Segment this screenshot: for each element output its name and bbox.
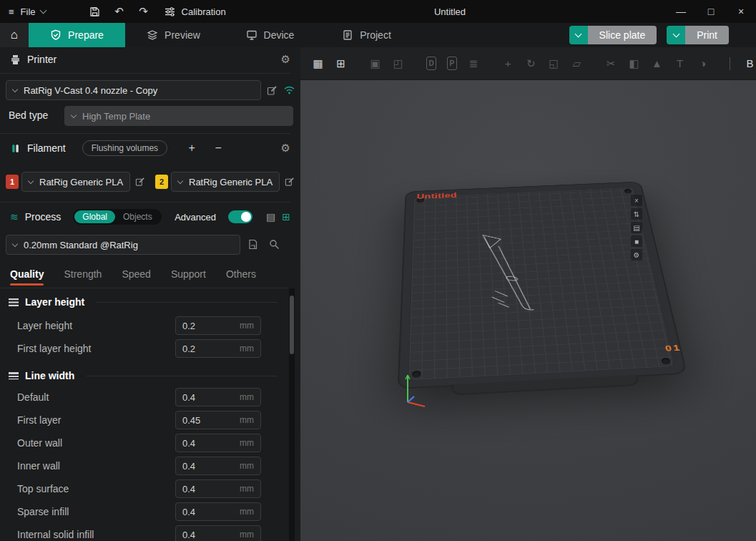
scope-objects-option[interactable]: Objects [115,210,160,223]
tab-others[interactable]: Others [226,262,256,286]
printer-section-header: Printer ⚙ [0,49,300,70]
advanced-toggle[interactable] [228,210,252,223]
filament-1-combo[interactable]: RatRig Generic PLA [21,172,130,192]
add-plate-icon[interactable]: ▦ [312,56,324,72]
rotate-icon[interactable]: ↻ [525,56,537,72]
file-menu[interactable]: ≡ File [0,0,54,23]
calibration-button[interactable]: Calibration [156,0,235,23]
bed-type-label: Bed type [9,109,48,121]
mesh-boolean-icon[interactable]: ◧ [628,56,640,72]
setting-label: Internal solid infill [17,525,94,541]
scope-global-option[interactable]: Global [74,210,115,223]
plate-arrange-icon[interactable]: ⇅ [631,208,642,220]
filament-gear-icon[interactable]: ⚙ [281,142,290,155]
setting-value: 0.4 [182,507,195,517]
cut-icon[interactable]: ✂ [605,56,617,72]
line-width-first-layer-input[interactable]: 0.45 mm [175,411,261,429]
flushing-volumes-button[interactable]: Flushing volumes [82,140,167,156]
edit-printer-icon[interactable] [265,84,278,97]
divider [0,288,289,288]
flatten-icon[interactable]: ▱ [571,56,583,72]
tab-support[interactable]: Support [171,262,206,286]
plate-name-edit-icon[interactable]: ▤ [631,222,642,233]
assembly-view-icon[interactable]: B [744,56,756,72]
tab-device[interactable]: Device [222,23,318,47]
print-button[interactable]: Print [685,26,729,44]
slice-dropdown-button[interactable] [569,26,588,44]
undo-button[interactable]: ↶ [107,0,132,23]
layers-icon[interactable]: ≣ [468,56,480,72]
slice-print-cluster: Slice plate Print [569,23,756,47]
line-width-sparse-infill-input[interactable]: 0.4 mm [175,502,261,521]
printer-preset-combo[interactable]: RatRig V-Cast 0.4 nozzle - Copy [6,80,261,100]
layer-height-icon [9,298,19,307]
setting-unit: mm [240,461,254,471]
tab-project[interactable]: Project [318,23,415,47]
preset-list-icon[interactable]: ▤ [266,211,275,223]
section-line-width: Line width [0,366,286,385]
process-preset-combo[interactable]: 0.20mm Standard @RatRig [6,235,240,255]
bed-type-combo[interactable]: High Temp Plate [64,106,293,126]
tab-prepare-label: Prepare [68,29,104,41]
3d-viewport[interactable]: Untitled 01 × ⇅ ▤ ■ ⚙ [300,80,756,541]
project-icon [342,29,353,41]
save-button[interactable] [83,0,107,23]
color-paint-icon[interactable]: ◑ [697,56,709,72]
plate-lock-icon[interactable]: ■ [631,235,642,247]
minimize-button[interactable]: — [666,0,696,23]
build-plate[interactable]: Untitled 01 [398,181,687,389]
coordinate-axes [401,371,435,408]
line-width-internal-solid-input[interactable]: 0.4 mm [175,525,261,541]
print-dropdown-button[interactable] [667,26,685,44]
sidebar: Printer ⚙ RatRig V-Cast 0.4 nozzle - Cop… [0,47,300,541]
tab-speed[interactable]: Speed [122,262,150,286]
line-width-top-surface-input[interactable]: 0.4 mm [175,479,261,498]
plate-delete-icon[interactable]: × [631,195,642,206]
doc-d-icon[interactable]: D [426,57,436,70]
first-layer-height-input[interactable]: 0.2 mm [175,339,261,358]
chevron-down-icon [28,177,34,183]
plate-scene: Untitled 01 [392,125,678,439]
setting-value: 0.2 [182,321,195,331]
sidebar-scrollbar[interactable] [289,288,295,541]
maximize-button[interactable]: □ [696,0,726,23]
tab-preview[interactable]: Preview [125,23,222,47]
plate-settings-icon[interactable]: ⚙ [631,249,642,260]
tab-strength[interactable]: Strength [64,262,102,286]
layer-height-input[interactable]: 0.2 mm [175,316,261,335]
line-width-default-input[interactable]: 0.4 mm [175,388,261,406]
line-width-outer-wall-input[interactable]: 0.4 mm [175,434,261,452]
move-icon[interactable]: + [502,56,514,72]
tab-quality[interactable]: Quality [10,262,44,286]
add-filament-button[interactable]: + [185,142,198,155]
setting-value: 0.4 [182,530,195,540]
home-button[interactable]: ⌂ [0,23,29,47]
auto-arrange-icon[interactable]: ▣ [369,56,381,72]
scale-icon[interactable]: ◱ [548,56,560,72]
support-paint-icon[interactable]: ▲ [651,56,663,72]
doc-p-icon[interactable]: P [447,57,457,70]
save-preset-icon[interactable] [246,238,259,250]
preset-compare-icon[interactable]: ⊞ [282,211,290,223]
scrollbar-thumb[interactable] [290,296,294,354]
auto-orient-icon[interactable]: ◰ [392,56,404,72]
printer-gear-icon[interactable]: ⚙ [281,53,290,66]
filament-2-color-badge[interactable]: 2 [155,175,168,189]
close-button[interactable]: × [726,0,756,23]
edit-filament-2-icon[interactable] [283,175,296,188]
edit-filament-1-icon[interactable] [134,175,147,188]
arrange-plate-icon[interactable]: ⊞ [335,56,347,72]
setting-label: Layer height [17,316,72,335]
text-tool-icon[interactable]: T [674,56,686,72]
remove-filament-button[interactable]: − [212,142,225,155]
slice-plate-button[interactable]: Slice plate [588,26,657,44]
tab-prepare[interactable]: Prepare [29,23,125,47]
wifi-icon[interactable] [283,83,295,96]
filament-1-color-badge[interactable]: 1 [6,175,19,189]
redo-button[interactable]: ↷ [132,0,156,23]
filament-2-combo[interactable]: RatRig Generic PLA [171,172,280,192]
line-width-inner-wall-input[interactable]: 0.4 mm [175,457,261,475]
search-preset-icon[interactable] [267,238,280,250]
setting-label: Default [17,388,49,406]
filament-2-value: RatRig Generic PLA [189,177,273,187]
